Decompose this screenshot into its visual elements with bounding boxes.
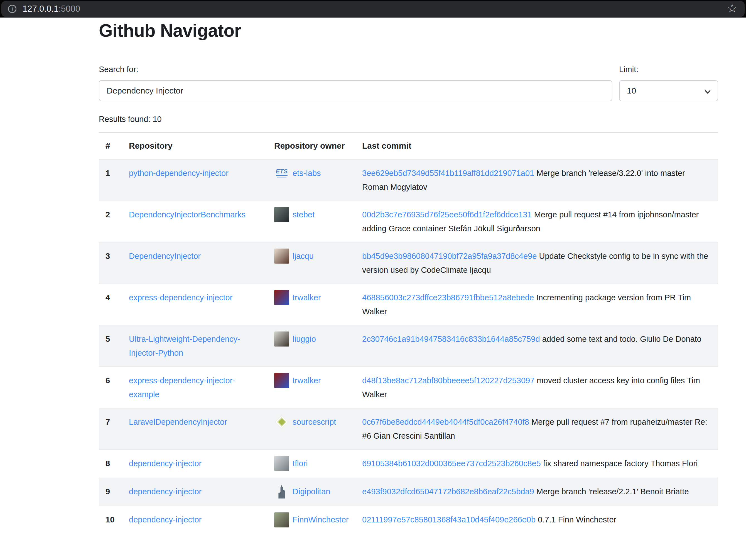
limit-field-group: Limit: 10 [619,65,718,101]
row-number: 3 [106,252,110,261]
row-number-cell: 10 [99,506,122,534]
commit-cell: 0c67f6be8eddcd4449eb4044f5df0ca26f4740f8… [355,408,718,449]
commit-hash-link[interactable]: 69105384b61032d000365ee737cd2523b260c8e5 [362,459,541,468]
commit-hash-link[interactable]: 3ee629eb5d7349d55f41b119aff81dd219071a01 [362,169,534,178]
repository-link[interactable]: DependencyInjectorBenchmarks [129,210,246,219]
commit-hash-link[interactable]: 2c30746c1a91b4947583416c833b1644a85c759d [362,334,540,344]
owner-link[interactable]: ljacqu [292,252,314,261]
commit-hash-link[interactable]: 468856003c273dffce23b86791fbbe512a8ebede [362,293,534,302]
repository-cell: express-dependency-injector-example [122,366,267,408]
commit-cell: 3ee629eb5d7349d55f41b119aff81dd219071a01… [355,159,718,201]
commit-cell: 00d2b3c7e76935d76f25ee50f6d1f2ef6ddce131… [355,201,718,242]
url-port: :5000 [58,4,80,14]
table-row: 8 dependency-injector tflori 69105384b61… [99,449,718,478]
user-photo-avatar [274,207,289,222]
repository-link[interactable]: express-dependency-injector [129,293,232,302]
repository-cell: Ultra-Lightweight-Dependency-Injector-Py… [122,325,267,366]
commit-hash-link[interactable]: 0c67f6be8eddcd4449eb4044f5df0ca26f4740f8 [362,417,529,426]
owner-link[interactable]: stebet [292,210,315,219]
site-info-icon[interactable]: i [8,5,17,13]
search-form: Search for: Limit: 10 [99,65,718,101]
commit-hash-link[interactable]: bb45d9e3b98608047190bf72a95fa9a37d8c4e9e [362,252,537,261]
row-number: 6 [106,376,110,385]
commit-cell: 2c30746c1a91b4947583416c833b1644a85c759d… [355,325,718,366]
owner-cell: trwalker [267,284,355,325]
row-number: 9 [106,487,110,496]
commit-message: added some text and todo. Giulio De Dona… [542,334,701,344]
owner-cell: stebet [267,201,355,242]
page-content: Github Navigator Search for: Limit: 10 R… [99,18,718,534]
search-field-group: Search for: [99,65,612,101]
user-photo-avatar [274,512,289,527]
commit-cell: 69105384b61032d000365ee737cd2523b260c8e5… [355,449,718,478]
sourcescript-diamond-logo-icon [274,414,289,430]
results-table-body: 1 python-dependency-injector ETSets-labs… [99,159,718,534]
owner-cell: ljacqu [267,242,355,284]
user-photo-avatar [274,373,289,388]
commit-hash-link[interactable]: 02111997e57c85801368f43a10d45f409e266e0b [362,515,536,524]
url-host: 127.0.0.1 [23,4,58,14]
owner-link[interactable]: tflori [292,459,308,468]
search-input[interactable] [99,80,612,101]
owner-cell: Digipolitan [267,478,355,506]
repository-cell: dependency-injector [122,449,267,478]
digipolitan-building-logo-icon [274,484,289,499]
search-label: Search for: [99,65,612,74]
owner-link[interactable]: trwalker [292,293,321,302]
repository-link[interactable]: DependencyInjector [129,252,201,261]
user-photo-avatar [274,248,289,264]
row-number: 2 [106,210,110,219]
row-number: 1 [106,169,110,178]
repository-link[interactable]: express-dependency-injector-example [129,376,235,399]
owner-link[interactable]: trwalker [292,376,321,385]
commit-message: Merge branch 'release/2.2.1' Benoit Bria… [536,487,689,496]
row-number-cell: 6 [99,366,122,408]
row-number-cell: 3 [99,242,122,284]
commit-cell: e493f9032dfcd65047172b682e8b6eaf22c5bda9… [355,478,718,506]
repository-cell: LaravelDependencyInjector [122,408,267,449]
limit-select[interactable]: 10 [619,80,718,101]
owner-cell: trwalker [267,366,355,408]
repository-cell: dependency-injector [122,506,267,534]
repository-link[interactable]: dependency-injector [129,459,202,468]
table-row: 9 dependency-injector Digipolitan e493f9… [99,478,718,506]
commit-message: 0.7.1 Finn Winchester [538,515,616,524]
row-number: 4 [106,293,110,302]
url-bar[interactable]: i 127.0.0.1:5000 ☆ [1,1,745,17]
repository-link[interactable]: Ultra-Lightweight-Dependency-Injector-Py… [129,334,240,357]
column-header-last-commit: Last commit [355,132,718,159]
user-photo-avatar [274,290,289,305]
page-title: Github Navigator [99,21,718,41]
table-row: 7 LaravelDependencyInjector sourcescript… [99,408,718,449]
column-header-owner: Repository owner [267,132,355,159]
repository-cell: python-dependency-injector [122,159,267,201]
owner-link[interactable]: FinnWinchester [292,515,348,524]
results-count: Results found: 10 [99,115,718,124]
repository-cell: dependency-injector [122,478,267,506]
commit-cell: 468856003c273dffce23b86791fbbe512a8ebede… [355,284,718,325]
ets-labs-logo-icon: ETS [274,166,289,181]
repository-link[interactable]: dependency-injector [129,487,202,496]
table-row: 5 Ultra-Lightweight-Dependency-Injector-… [99,325,718,366]
table-row: 2 DependencyInjectorBenchmarks stebet 00… [99,201,718,242]
row-number: 8 [106,459,110,468]
owner-cell: ETSets-labs [267,159,355,201]
owner-link[interactable]: Digipolitan [292,487,330,496]
commit-hash-link[interactable]: d48f13be8ac712abf80bbeeee5f120227d253097 [362,376,535,385]
row-number-cell: 1 [99,159,122,201]
user-photo-avatar [274,456,289,471]
user-photo-avatar [274,331,289,347]
repository-link[interactable]: python-dependency-injector [129,169,229,178]
row-number: 5 [106,334,110,344]
bookmark-star-icon[interactable]: ☆ [727,2,737,14]
owner-link[interactable]: sourcescript [292,417,336,426]
repository-link[interactable]: LaravelDependencyInjector [129,417,227,426]
row-number-cell: 4 [99,284,122,325]
repository-link[interactable]: dependency-injector [129,515,202,524]
commit-hash-link[interactable]: 00d2b3c7e76935d76f25ee50f6d1f2ef6ddce131 [362,210,532,219]
row-number: 7 [106,417,110,426]
owner-link[interactable]: ets-labs [292,169,321,178]
repository-cell: express-dependency-injector [122,284,267,325]
owner-link[interactable]: liuggio [292,334,316,344]
commit-hash-link[interactable]: e493f9032dfcd65047172b682e8b6eaf22c5bda9 [362,487,534,496]
